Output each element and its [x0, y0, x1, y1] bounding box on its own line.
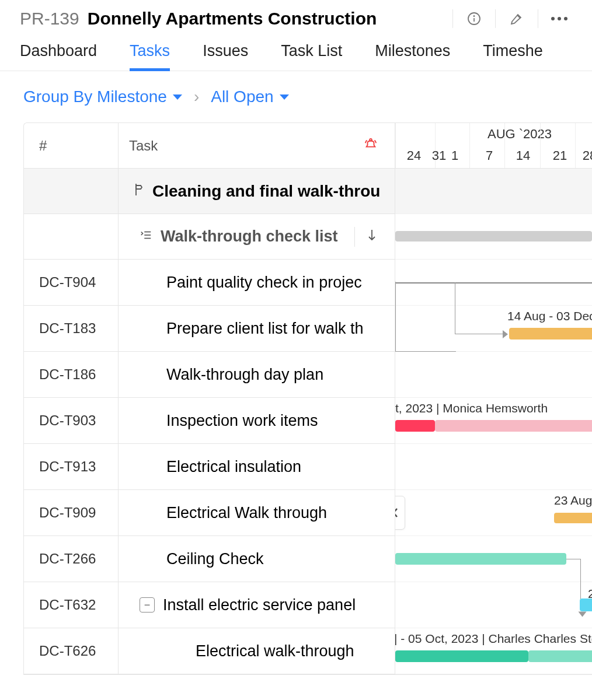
column-header-task[interactable]: Task [119, 123, 395, 168]
dependency-arrow-icon [503, 330, 508, 338]
tab-issues[interactable]: Issues [203, 42, 248, 71]
tab-bar: Dashboard Tasks Issues Task List Milesto… [0, 34, 592, 71]
task-name: Walk-through day plan [119, 352, 395, 397]
gantt-bar[interactable] [580, 598, 592, 611]
tab-tasks[interactable]: Tasks [130, 42, 170, 71]
timeline-tick: 14 [516, 148, 530, 163]
timeline-tick: 28 [583, 148, 592, 163]
timeline-header: AUG `2023 24 31 1 7 14 21 28 [395, 123, 592, 169]
task-row[interactable]: DC-T186 Walk-through day plan [24, 352, 395, 398]
header-divider [452, 9, 453, 28]
expand-subtasks-toggle[interactable]: − [140, 597, 155, 612]
gantt-row: 2 [395, 582, 592, 628]
task-id: DC-T913 [24, 444, 119, 489]
info-icon[interactable] [461, 6, 487, 32]
tab-timesheet[interactable]: Timeshe [483, 42, 543, 71]
task-id: DC-T909 [24, 490, 119, 536]
timeline-pane[interactable]: AUG `2023 24 31 1 7 14 21 28 [395, 123, 592, 674]
dependency-line [455, 334, 504, 334]
tasklist-label: Walk-through check list [161, 228, 338, 246]
task-name: Electrical insulation [119, 444, 395, 489]
column-header-id[interactable]: # [24, 123, 119, 168]
gantt-row-tasklist [395, 214, 592, 260]
sort-down-icon[interactable] [368, 228, 376, 246]
gantt-bar[interactable] [554, 513, 592, 523]
divider [354, 227, 355, 247]
task-name: Install electric service panel [163, 596, 356, 614]
task-id: DC-T626 [24, 628, 119, 674]
project-name[interactable]: Donnelly Apartments Construction [88, 9, 377, 29]
task-row[interactable]: DC-T903 Inspection work items [24, 398, 395, 444]
task-id: DC-T632 [24, 582, 119, 628]
filter-bar: Group By Milestone › All Open [0, 71, 592, 123]
task-name: Electrical walk-through [119, 628, 395, 674]
gantt-row [395, 536, 592, 582]
gantt-bar[interactable] [395, 553, 566, 565]
timeline-tick: 31 [432, 148, 446, 163]
gantt-bar[interactable] [509, 328, 592, 340]
gantt-bar-label: 14 Aug - 03 Dec [507, 309, 592, 323]
dependency-arrow-icon [579, 612, 587, 617]
timeline-tick: 1 [451, 148, 458, 163]
caret-down-icon [280, 94, 289, 100]
task-id: DC-T266 [24, 536, 119, 582]
group-by-label: Group By Milestone [23, 88, 167, 106]
dependency-line [395, 282, 456, 352]
task-id: DC-T904 [24, 260, 119, 305]
more-icon[interactable] [546, 6, 572, 32]
task-name: Electrical Walk through [119, 490, 395, 536]
timeline-tick: 7 [486, 148, 493, 163]
column-header-task-label: Task [129, 138, 158, 154]
gantt-grid: # Task Cleaning and final walk-throu [23, 123, 592, 675]
status-filter-dropdown[interactable]: All Open [211, 88, 288, 106]
project-id: PR-139 [20, 9, 79, 29]
task-name: Paint quality check in projec [119, 260, 395, 305]
gantt-bar[interactable] [528, 650, 592, 662]
timeline-ticks: 24 31 1 7 14 21 28 [395, 144, 592, 168]
tab-dashboard[interactable]: Dashboard [20, 42, 97, 71]
gantt-bar[interactable] [395, 231, 592, 242]
gantt-bar[interactable] [395, 650, 528, 662]
group-by-dropdown[interactable]: Group By Milestone [23, 88, 182, 106]
milestone-group-row[interactable]: Cleaning and final walk-throu [24, 169, 395, 214]
milestone-icon [129, 182, 143, 201]
collapse-pane-handle[interactable] [395, 496, 405, 530]
tab-milestones[interactable]: Milestones [375, 42, 450, 71]
task-row[interactable]: DC-T266 Ceiling Check [24, 536, 395, 582]
timeline-month-label: AUG `2023 [487, 127, 552, 142]
task-name: Inspection work items [119, 398, 395, 443]
task-id: DC-T186 [24, 352, 119, 397]
page-header: PR-139 Donnelly Apartments Construction [0, 0, 592, 34]
task-list-pane: # Task Cleaning and final walk-throu [24, 123, 395, 674]
timeline-tick: 21 [553, 148, 567, 163]
gantt-bar-label: t, 2023 | Monica Hemsworth [395, 401, 548, 415]
gantt-bar-label: 23 Aug [554, 494, 592, 508]
task-row[interactable]: DC-T904 Paint quality check in projec [24, 260, 395, 306]
gantt-bar[interactable] [435, 420, 592, 432]
task-row[interactable]: DC-T913 Electrical insulation [24, 444, 395, 490]
column-header-row: # Task [24, 123, 395, 169]
gantt-bar-label: | - 05 Oct, 2023 | Charles Charles Sto [395, 632, 592, 646]
tasklist-icon [140, 228, 152, 246]
svg-point-2 [473, 16, 474, 16]
status-filter-label: All Open [211, 88, 273, 106]
header-divider [538, 9, 538, 28]
task-row[interactable]: DC-T632 − Install electric service panel [24, 582, 395, 628]
gantt-row: 23 Aug [395, 490, 592, 536]
header-divider [495, 9, 496, 28]
gantt-row-group [395, 169, 592, 214]
task-id: DC-T183 [24, 306, 119, 351]
caret-down-icon [173, 94, 182, 100]
chevron-right-icon: › [194, 88, 199, 106]
task-row[interactable]: DC-T183 Prepare client list for walk th [24, 306, 395, 352]
task-row[interactable]: DC-T626 Electrical walk-through [24, 628, 395, 674]
task-name: Prepare client list for walk th [119, 306, 395, 351]
gantt-row [395, 444, 592, 490]
tasklist-row[interactable]: Walk-through check list [24, 214, 395, 260]
milestone-group-label: Cleaning and final walk-throu [152, 182, 380, 201]
edit-icon[interactable] [504, 6, 530, 32]
gantt-bar[interactable] [395, 420, 435, 432]
alert-icon[interactable] [364, 138, 377, 154]
tab-task-list[interactable]: Task List [281, 42, 342, 71]
task-row[interactable]: DC-T909 Electrical Walk through [24, 490, 395, 536]
